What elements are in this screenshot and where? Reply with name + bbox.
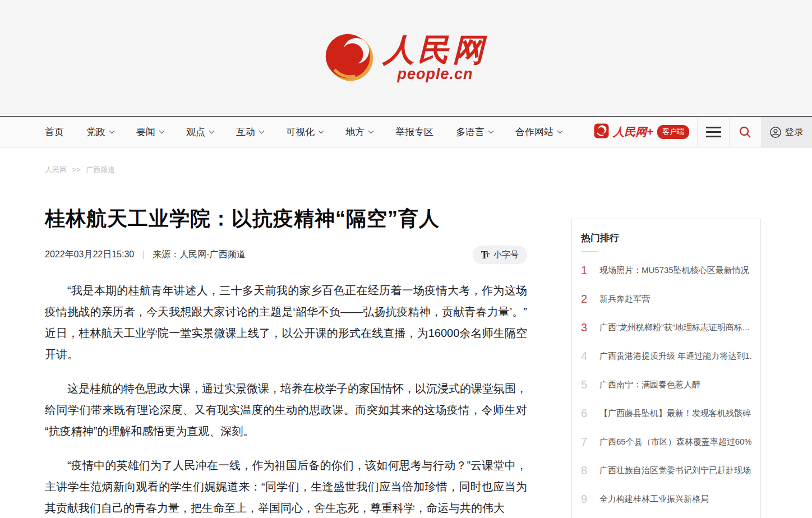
article-paragraph: “疫情中的英雄们为了人民冲在一线，作为祖国后备的你们，该如何思考与行动？”云课堂…: [45, 455, 527, 518]
hamburger-icon: [706, 127, 721, 137]
nav-item-5[interactable]: 可视化: [286, 126, 323, 138]
login-label: 登录: [785, 126, 804, 138]
rank-number: 2: [581, 293, 593, 305]
hot-item-link[interactable]: 全力构建桂林工业振兴新格局: [599, 494, 709, 505]
hot-ranking-item[interactable]: 2 新兵奔赴军营: [581, 293, 751, 305]
hot-item-link[interactable]: 新兵奔赴军营: [599, 294, 650, 304]
people-logo-icon: [325, 33, 374, 84]
hot-ranking-item[interactable]: 7 广西65个县（市区）森林覆盖率超过60%: [581, 436, 751, 448]
rank-number: 1: [581, 265, 593, 276]
hot-ranking-list: 1 现场照片：MU5735坠机核心区最新情况 2 新兵奔赴军营 3 广西“龙州桄…: [581, 265, 751, 518]
login-button[interactable]: 登录: [761, 117, 812, 147]
hot-item-link[interactable]: 现场照片：MU5735坠机核心区最新情况: [599, 265, 749, 276]
article: 桂林航天工业学院：以抗疫精神“隔空”育人 2022年03月22日15:30 | …: [45, 206, 527, 518]
chevron-down-icon: [319, 128, 324, 134]
app-badge-client-pill: 客户端: [657, 125, 689, 139]
hot-item-link[interactable]: 广西“龙州桄榔粉”获“地理标志证明商标...: [599, 322, 750, 333]
font-size-icon: TT: [481, 250, 490, 260]
nav-item-3[interactable]: 观点: [186, 126, 214, 138]
search-button[interactable]: [730, 117, 761, 147]
hot-item-link[interactable]: 广西壮族自治区党委书记刘宁已赶赴现场，...: [599, 465, 751, 476]
hot-ranking-panel: 热门排行 1 现场照片：MU5735坠机核心区最新情况 2 新兵奔赴军营 3 广…: [571, 219, 761, 518]
chevron-down-icon: [488, 128, 494, 134]
main-nav: 首页 党政 要闻 观点 互动 可视化 地方 举报专区 多语言 合作网站: [0, 116, 812, 148]
nav-list: 首页 党政 要闻 观点 互动 可视化 地方 举报专区 多语言 合作网站: [45, 117, 586, 147]
rank-number: 9: [581, 493, 593, 505]
chevron-down-icon: [368, 128, 374, 134]
user-icon: [769, 126, 782, 138]
nav-item-2[interactable]: 要闻: [136, 126, 164, 138]
breadcrumb-channel[interactable]: 广西频道: [86, 165, 115, 174]
chevron-down-icon: [209, 128, 215, 134]
nav-item-6[interactable]: 地方: [345, 126, 373, 138]
app-badge-brand: 人民网+: [613, 124, 653, 140]
site-logo[interactable]: 人民网 people.cn: [325, 33, 487, 84]
chevron-down-icon: [557, 128, 563, 134]
site-header: 人民网 people.cn: [0, 0, 812, 116]
hot-ranking-title: 热门排行: [581, 232, 751, 244]
logo-text: 人民网 people.cn: [383, 34, 487, 82]
breadcrumb-home[interactable]: 人民网: [45, 165, 67, 174]
nav-item-8[interactable]: 多语言: [456, 126, 493, 138]
rank-number: 8: [581, 465, 593, 477]
nav-item-4[interactable]: 互动: [236, 126, 264, 138]
hot-ranking-item[interactable]: 3 广西“龙州桄榔粉”获“地理标志证明商标...: [581, 322, 751, 334]
logo-site-name: 人民网: [383, 34, 487, 66]
content: 桂林航天工业学院：以抗疫精神“隔空”育人 2022年03月22日15:30 | …: [0, 183, 812, 518]
app-badge[interactable]: 人民网+ 客户端: [586, 117, 697, 147]
article-meta: 2022年03月22日15:30 | 来源：人民网-广西频道: [45, 249, 246, 261]
nav-item-1[interactable]: 党政: [86, 126, 114, 138]
nav-item-7[interactable]: 举报专区: [395, 126, 433, 138]
font-size-button[interactable]: TT 小字号: [473, 246, 527, 264]
rank-number: 5: [581, 379, 593, 391]
menu-button[interactable]: [698, 117, 729, 147]
rank-number: 4: [581, 350, 593, 362]
search-icon: [739, 126, 752, 139]
source-label: 来源：: [153, 249, 179, 259]
hot-ranking-item[interactable]: 1 现场照片：MU5735坠机核心区最新情况: [581, 265, 751, 276]
hot-ranking-item[interactable]: 4 广西贵港港提质升级 年通过能力将达到1...: [581, 350, 751, 362]
hot-ranking-item[interactable]: 5 广西南宁：满园春色惹人醉: [581, 379, 751, 391]
logo-domain: people.cn: [397, 67, 473, 82]
article-date: 2022年03月22日15:30: [45, 249, 134, 259]
article-paragraph: “我是本期的桂航青年讲述人，三十多天前我的家乡百色正在经历着一场疫情大考，作为这…: [45, 280, 527, 365]
hot-item-link[interactable]: 广西65个县（市区）森林覆盖率超过60%: [599, 437, 751, 447]
chevron-down-icon: [259, 128, 265, 134]
chevron-down-icon: [109, 128, 115, 134]
rank-number: 7: [581, 436, 593, 448]
meta-separator: |: [142, 249, 145, 259]
hot-ranking-item[interactable]: 8 广西壮族自治区党委书记刘宁已赶赴现场，...: [581, 465, 751, 477]
rank-number: 6: [581, 408, 593, 419]
breadcrumb: 人民网 >> 广西频道: [0, 148, 812, 183]
breadcrumb-separator: >>: [72, 165, 81, 174]
hot-item-link[interactable]: 广西南宁：满园春色惹人醉: [599, 380, 700, 390]
nav-item-9[interactable]: 合作网站: [515, 126, 562, 138]
article-paragraph: 这是桂航的特色思政大课，通过实景微课，培养在校学子的家国情怀，以沉浸式的课堂氛围…: [45, 378, 527, 442]
hot-item-link[interactable]: 【广西藤县坠机】最新！发现客机残骸碎片...: [599, 408, 751, 419]
article-title: 桂林航天工业学院：以抗疫精神“隔空”育人: [45, 206, 527, 231]
page: 人民网 people.cn 首页 党政 要闻 观点 互动 可视化 地方 举报专区: [0, 0, 812, 518]
people-plus-logo-icon: [594, 123, 609, 141]
article-body: “我是本期的桂航青年讲述人，三十多天前我的家乡百色正在经历着一场疫情大考，作为这…: [45, 280, 527, 518]
nav-right: 人民网+ 客户端 登录: [586, 117, 812, 147]
heading-dash: [581, 251, 598, 252]
hot-ranking-item[interactable]: 6 【广西藤县坠机】最新！发现客机残骸碎片...: [581, 408, 751, 419]
article-meta-row: 2022年03月22日15:30 | 来源：人民网-广西频道 TT 小字号: [45, 246, 527, 264]
font-size-label: 小字号: [493, 249, 519, 260]
hot-ranking-item[interactable]: 9 全力构建桂林工业振兴新格局: [581, 493, 751, 505]
nav-item-0[interactable]: 首页: [45, 126, 64, 138]
article-source-link[interactable]: 人民网-广西频道: [179, 249, 245, 259]
chevron-down-icon: [159, 128, 165, 134]
rank-number: 3: [581, 322, 593, 334]
hot-item-link[interactable]: 广西贵港港提质升级 年通过能力将达到1...: [599, 351, 751, 362]
